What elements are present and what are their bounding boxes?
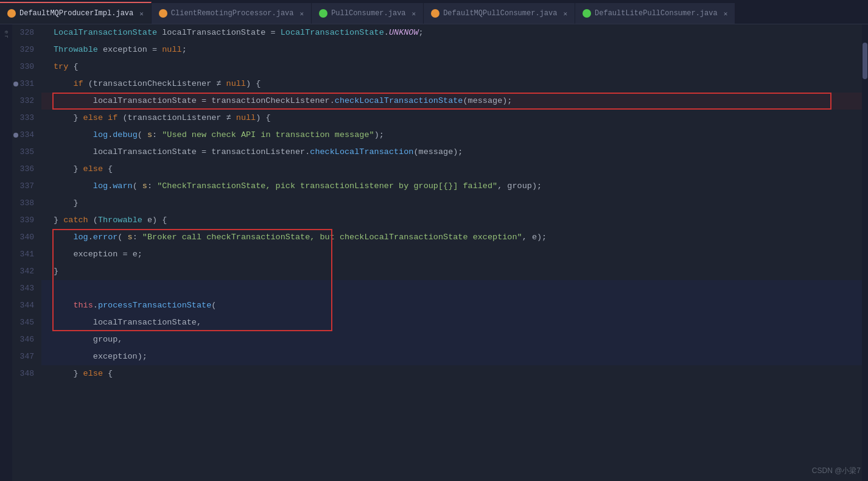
code-line-332: localTransactionState = transactionCheck… [41,93,868,110]
ln-329: 329 [12,41,41,58]
ln-343: 343 [12,280,41,297]
code-line-331: if (transactionCheckListener ≠ null) { [41,75,868,93]
editor-area: er 328 329 330 331 332 333 334 335 336 3… [0,24,868,481]
code-line-337: log.warn( s: "CheckTransactionState, pic… [41,178,868,195]
ln-348: 348 [12,365,41,382]
tab-label-4: DefaultLitePullConsumer.java [595,9,718,18]
ln-341: 341 [12,246,41,263]
code-line-345: localTransactionState, [41,314,868,331]
tab-bar: DefaultMQProducerImpl.java ✕ ClientRemot… [0,0,868,24]
ln-334: 334 [12,127,41,144]
tab-close-1[interactable]: ✕ [300,10,304,18]
code-line-334: log.debug( s: "Used new check API in tra… [41,127,868,144]
code-line-344: this.processTransactionState( [41,297,868,314]
watermark: CSDN @小梁7 [812,466,861,476]
ln-337: 337 [12,178,41,195]
tab-close-0[interactable]: ✕ [139,10,144,18]
tab-icon-2 [319,9,327,18]
code-line-335: localTransactionState = transactionListe… [41,144,868,161]
code-line-333: } else if (transactionListener ≠ null) { [41,110,868,127]
code-line-336: } else { [41,161,868,178]
ln-332: 332 [12,93,41,110]
ln-333: 333 [12,110,41,127]
scrollbar-thumb[interactable] [863,43,867,79]
tab-clientremotingprocessor[interactable]: ClientRemotingProcessor.java ✕ [152,3,312,24]
tab-close-3[interactable]: ✕ [563,10,567,18]
code-line-340: log.error( s: "Broker call checkTransact… [41,229,868,246]
tab-icon-0 [7,9,16,18]
code-line-347: exception); [41,348,868,365]
ln-328: 328 [12,24,41,41]
tab-icon-1 [159,9,167,18]
tab-icon-3 [431,9,439,18]
tab-pullconsumer[interactable]: PullConsumer.java ✕ [312,3,424,24]
ln-347: 347 [12,348,41,365]
tab-defaultlitepullconsumer[interactable]: DefaultLitePullConsumer.java ✕ [575,3,735,24]
code-line-342: } [41,263,868,280]
code-line-338: } [41,195,868,212]
ln-346: 346 [12,331,41,348]
ln-335: 335 [12,144,41,161]
ln-330: 330 [12,58,41,75]
code-area[interactable]: LocalTransactionState localTransactionSt… [41,24,868,481]
tab-label-3: DefaultMQPullConsumer.java [443,9,557,18]
tab-label-2: PullConsumer.java [331,9,405,18]
ln-339: 339 [12,212,41,229]
code-line-330: try { [41,58,868,75]
ln-338: 338 [12,195,41,212]
line-numbers: 328 329 330 331 332 333 334 335 336 337 … [12,24,41,481]
tab-defaultmqpullconsumer[interactable]: DefaultMQPullConsumer.java ✕ [424,3,575,24]
tab-label-0: DefaultMQProducerImpl.java [19,9,133,18]
code-line-348: } else { [41,365,868,382]
code-line-343 [41,280,868,297]
code-line-346: group, [41,331,868,348]
code-line-341: exception = e; [41,246,868,263]
tab-label-1: ClientRemotingProcessor.java [171,9,294,18]
code-line-328: LocalTransactionState localTransactionSt… [41,24,868,41]
left-panel-text: er [3,30,9,40]
left-panel: er [0,24,12,481]
tab-icon-4 [583,9,591,18]
tab-close-2[interactable]: ✕ [412,10,416,18]
ln-336: 336 [12,161,41,178]
ln-340: 340 [12,229,41,246]
code-line-329: Throwable exception = null; [41,41,868,58]
ln-331: 331 [12,75,41,93]
ln-344: 344 [12,297,41,314]
tab-defaultmqproducerimpl[interactable]: DefaultMQProducerImpl.java ✕ [0,2,152,24]
ln-345: 345 [12,314,41,331]
code-line-339: } catch (Throwable e) { [41,212,868,229]
ln-342: 342 [12,263,41,280]
tab-close-4[interactable]: ✕ [724,10,728,18]
scrollbar-track[interactable] [862,24,868,481]
